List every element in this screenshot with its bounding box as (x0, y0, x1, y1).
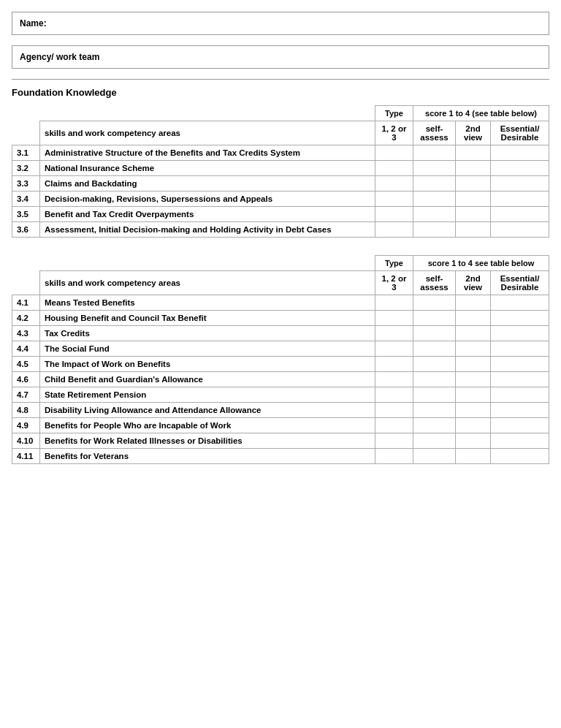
row-self (413, 341, 456, 357)
table-row: 4.1 Means Tested Benefits (12, 295, 549, 311)
row-skill: State Retirement Pension (40, 387, 375, 403)
row-2nd (456, 145, 491, 161)
table1-essential-header: Essential/ Desirable (491, 121, 549, 145)
row-2nd (456, 372, 491, 387)
divider (12, 79, 549, 80)
row-skill: Administrative Structure of the Benefits… (40, 145, 375, 161)
row-2nd (456, 357, 491, 372)
row-skill: Benefits for People Who are Incapable of… (40, 418, 375, 433)
table1-2nd-header: 2nd view (456, 121, 491, 145)
row-essential (491, 387, 549, 403)
row-type (375, 372, 413, 387)
row-number: 3.2 (12, 161, 40, 176)
table2-self-header: self-assess (413, 271, 456, 295)
row-self (413, 372, 456, 387)
row-number: 4.4 (12, 341, 40, 357)
table-row: 3.6 Assessment, Initial Decision-making … (12, 222, 549, 238)
row-skill: Means Tested Benefits (40, 295, 375, 311)
row-self (413, 326, 456, 341)
row-2nd (456, 207, 491, 222)
table2-type-subheader: 1, 2 or 3 (375, 271, 413, 295)
table-row: 3.3 Claims and Backdating (12, 176, 549, 192)
row-self (413, 403, 456, 418)
table-row: 4.8 Disability Living Allowance and Atte… (12, 403, 549, 418)
row-type (375, 295, 413, 311)
row-number: 4.5 (12, 357, 40, 372)
row-number: 4.7 (12, 387, 40, 403)
row-self (413, 295, 456, 311)
row-skill: Tax Credits (40, 326, 375, 341)
row-self (413, 207, 456, 222)
row-number: 4.9 (12, 418, 40, 433)
row-skill: The Social Fund (40, 341, 375, 357)
table-row: 3.2 National Insurance Scheme (12, 161, 549, 176)
row-type (375, 176, 413, 192)
row-essential (491, 207, 549, 222)
row-essential (491, 145, 549, 161)
row-type (375, 311, 413, 326)
row-number: 4.2 (12, 311, 40, 326)
row-self (413, 357, 456, 372)
row-number: 4.10 (12, 433, 40, 449)
row-2nd (456, 222, 491, 238)
row-2nd (456, 192, 491, 207)
row-type (375, 357, 413, 372)
table-row: 3.1 Administrative Structure of the Bene… (12, 145, 549, 161)
row-2nd (456, 326, 491, 341)
row-essential (491, 433, 549, 449)
row-skill: National Insurance Scheme (40, 161, 375, 176)
row-type (375, 449, 413, 464)
row-2nd (456, 449, 491, 464)
table-row: 3.5 Benefit and Tax Credit Overpayments (12, 207, 549, 222)
table1-skills-header: skills and work competency areas (40, 121, 375, 145)
row-type (375, 403, 413, 418)
row-number: 4.11 (12, 449, 40, 464)
table1-self-header: self-assess (413, 121, 456, 145)
row-skill: Benefits for Veterans (40, 449, 375, 464)
table-row: 4.2 Housing Benefit and Council Tax Bene… (12, 311, 549, 326)
row-essential (491, 418, 549, 433)
row-self (413, 161, 456, 176)
name-field: Name: (12, 12, 549, 35)
row-self (413, 222, 456, 238)
row-self (413, 192, 456, 207)
table-row: 4.3 Tax Credits (12, 326, 549, 341)
row-self (413, 311, 456, 326)
row-type (375, 161, 413, 176)
row-skill: The Impact of Work on Benefits (40, 357, 375, 372)
table2-2nd-header: 2nd view (456, 271, 491, 295)
table-row: 4.9 Benefits for People Who are Incapabl… (12, 418, 549, 433)
table2-container: Type score 1 to 4 see table below skills… (12, 255, 549, 464)
row-type (375, 433, 413, 449)
row-essential (491, 192, 549, 207)
section-title: Foundation Knowledge (12, 87, 549, 98)
table-row: 4.10 Benefits for Work Related Illnesses… (12, 433, 549, 449)
table-row: 4.5 The Impact of Work on Benefits (12, 357, 549, 372)
row-essential (491, 295, 549, 311)
row-number: 4.8 (12, 403, 40, 418)
agency-field: Agency/ work team (12, 45, 549, 69)
row-essential (491, 357, 549, 372)
row-number: 3.1 (12, 145, 40, 161)
row-2nd (456, 433, 491, 449)
row-skill: Benefit and Tax Credit Overpayments (40, 207, 375, 222)
table1-type-header: Type (375, 106, 413, 121)
table1: Type score 1 to 4 (see table below) skil… (12, 105, 549, 238)
row-type (375, 207, 413, 222)
row-self (413, 449, 456, 464)
row-number: 4.1 (12, 295, 40, 311)
row-type (375, 387, 413, 403)
table2-essential-header: Essential/ Desirable (491, 271, 549, 295)
row-number: 4.3 (12, 326, 40, 341)
row-type (375, 222, 413, 238)
row-number: 3.5 (12, 207, 40, 222)
row-self (413, 433, 456, 449)
row-type (375, 418, 413, 433)
table2-score-header: score 1 to 4 see table below (413, 256, 549, 271)
row-self (413, 176, 456, 192)
row-essential (491, 372, 549, 387)
table1-score-header: score 1 to 4 (see table below) (413, 106, 549, 121)
row-type (375, 145, 413, 161)
row-skill: Decision-making, Revisions, Supersession… (40, 192, 375, 207)
row-self (413, 145, 456, 161)
